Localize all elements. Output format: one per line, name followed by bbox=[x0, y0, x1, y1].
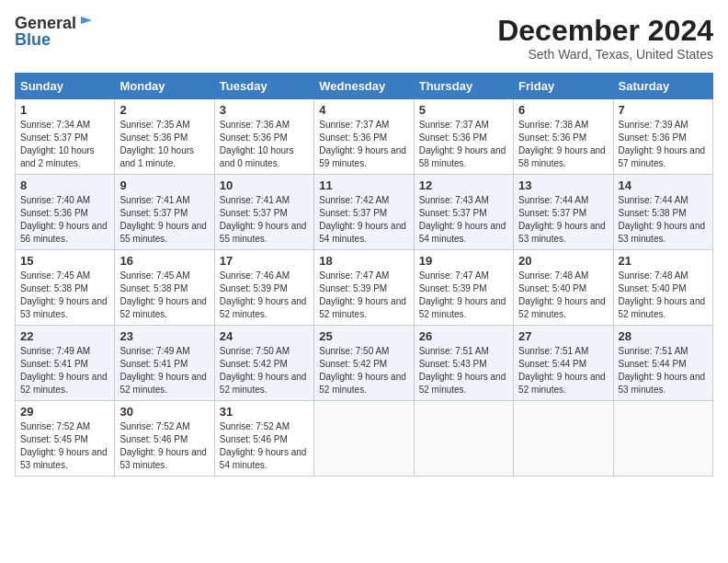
cell-info: Sunrise: 7:35 AM Sunset: 5:36 PM Dayligh… bbox=[119, 119, 209, 170]
calendar-cell: 7Sunrise: 7:39 AM Sunset: 5:36 PM Daylig… bbox=[613, 99, 712, 175]
day-number: 7 bbox=[619, 103, 708, 117]
day-header-saturday: Saturday bbox=[613, 74, 712, 99]
calendar-cell: 26Sunrise: 7:51 AM Sunset: 5:43 PM Dayli… bbox=[414, 326, 513, 401]
cell-info: Sunrise: 7:37 AM Sunset: 5:36 PM Dayligh… bbox=[319, 119, 408, 170]
day-number: 9 bbox=[119, 178, 209, 192]
calendar-week-row: 29Sunrise: 7:52 AM Sunset: 5:45 PM Dayli… bbox=[16, 401, 713, 477]
day-number: 22 bbox=[20, 329, 109, 343]
cell-info: Sunrise: 7:44 AM Sunset: 5:38 PM Dayligh… bbox=[619, 194, 708, 246]
calendar-cell bbox=[613, 401, 712, 477]
day-number: 12 bbox=[419, 178, 508, 192]
cell-info: Sunrise: 7:34 AM Sunset: 5:37 PM Dayligh… bbox=[20, 119, 109, 170]
cell-info: Sunrise: 7:51 AM Sunset: 5:44 PM Dayligh… bbox=[518, 345, 608, 396]
cell-info: Sunrise: 7:51 AM Sunset: 5:44 PM Dayligh… bbox=[619, 345, 708, 396]
day-number: 31 bbox=[220, 405, 309, 419]
calendar-cell: 20Sunrise: 7:48 AM Sunset: 5:40 PM Dayli… bbox=[514, 250, 613, 326]
cell-info: Sunrise: 7:52 AM Sunset: 5:46 PM Dayligh… bbox=[220, 420, 309, 472]
calendar-cell: 6Sunrise: 7:38 AM Sunset: 5:36 PM Daylig… bbox=[514, 99, 613, 175]
day-header-row: SundayMondayTuesdayWednesdayThursdayFrid… bbox=[16, 74, 713, 99]
calendar-cell: 17Sunrise: 7:46 AM Sunset: 5:39 PM Dayli… bbox=[214, 250, 313, 326]
cell-info: Sunrise: 7:50 AM Sunset: 5:42 PM Dayligh… bbox=[319, 345, 408, 396]
cell-info: Sunrise: 7:44 AM Sunset: 5:37 PM Dayligh… bbox=[518, 194, 608, 246]
calendar-cell: 13Sunrise: 7:44 AM Sunset: 5:37 PM Dayli… bbox=[514, 175, 613, 250]
cell-info: Sunrise: 7:38 AM Sunset: 5:36 PM Dayligh… bbox=[518, 119, 608, 170]
calendar-cell: 1Sunrise: 7:34 AM Sunset: 5:37 PM Daylig… bbox=[16, 99, 115, 175]
calendar-cell: 30Sunrise: 7:52 AM Sunset: 5:46 PM Dayli… bbox=[115, 401, 214, 477]
cell-info: Sunrise: 7:40 AM Sunset: 5:36 PM Dayligh… bbox=[20, 194, 109, 246]
day-number: 8 bbox=[20, 178, 109, 192]
day-number: 26 bbox=[419, 329, 508, 343]
calendar-cell: 12Sunrise: 7:43 AM Sunset: 5:37 PM Dayli… bbox=[414, 175, 513, 250]
day-number: 1 bbox=[20, 103, 109, 117]
calendar-cell: 3Sunrise: 7:36 AM Sunset: 5:36 PM Daylig… bbox=[214, 99, 313, 175]
calendar-cell: 25Sunrise: 7:50 AM Sunset: 5:42 PM Dayli… bbox=[314, 326, 414, 401]
day-number: 18 bbox=[319, 254, 408, 268]
day-number: 13 bbox=[518, 178, 608, 192]
cell-info: Sunrise: 7:42 AM Sunset: 5:37 PM Dayligh… bbox=[319, 194, 408, 246]
logo-flag-icon bbox=[77, 15, 94, 31]
cell-info: Sunrise: 7:45 AM Sunset: 5:38 PM Dayligh… bbox=[20, 270, 109, 321]
day-number: 14 bbox=[619, 178, 708, 192]
cell-info: Sunrise: 7:52 AM Sunset: 5:45 PM Dayligh… bbox=[20, 420, 109, 472]
day-header-wednesday: Wednesday bbox=[314, 74, 414, 99]
calendar-cell: 10Sunrise: 7:41 AM Sunset: 5:37 PM Dayli… bbox=[214, 175, 313, 250]
day-number: 21 bbox=[619, 254, 708, 268]
cell-info: Sunrise: 7:39 AM Sunset: 5:36 PM Dayligh… bbox=[619, 119, 708, 170]
cell-info: Sunrise: 7:51 AM Sunset: 5:43 PM Dayligh… bbox=[419, 345, 508, 396]
calendar-cell: 15Sunrise: 7:45 AM Sunset: 5:38 PM Dayli… bbox=[16, 250, 115, 326]
month-title: December 2024 bbox=[497, 15, 713, 47]
title-block: December 2024 Seth Ward, Texas, United S… bbox=[497, 15, 713, 62]
calendar-cell bbox=[414, 401, 513, 477]
calendar-cell: 18Sunrise: 7:47 AM Sunset: 5:39 PM Dayli… bbox=[314, 250, 414, 326]
logo: General Blue bbox=[15, 15, 94, 48]
calendar-cell: 14Sunrise: 7:44 AM Sunset: 5:38 PM Dayli… bbox=[613, 175, 712, 250]
cell-info: Sunrise: 7:43 AM Sunset: 5:37 PM Dayligh… bbox=[419, 194, 508, 246]
day-header-sunday: Sunday bbox=[16, 74, 115, 99]
cell-info: Sunrise: 7:45 AM Sunset: 5:38 PM Dayligh… bbox=[119, 270, 209, 321]
day-number: 19 bbox=[419, 254, 508, 268]
calendar-cell: 24Sunrise: 7:50 AM Sunset: 5:42 PM Dayli… bbox=[214, 326, 313, 401]
logo-general-text: General bbox=[15, 15, 76, 31]
logo-blue-text: Blue bbox=[15, 31, 51, 48]
calendar-week-row: 1Sunrise: 7:34 AM Sunset: 5:37 PM Daylig… bbox=[16, 99, 713, 175]
calendar-table: SundayMondayTuesdayWednesdayThursdayFrid… bbox=[15, 73, 713, 477]
calendar-cell: 8Sunrise: 7:40 AM Sunset: 5:36 PM Daylig… bbox=[16, 175, 115, 250]
calendar-cell: 16Sunrise: 7:45 AM Sunset: 5:38 PM Dayli… bbox=[115, 250, 214, 326]
day-number: 27 bbox=[518, 329, 608, 343]
cell-info: Sunrise: 7:37 AM Sunset: 5:36 PM Dayligh… bbox=[419, 119, 508, 170]
cell-info: Sunrise: 7:41 AM Sunset: 5:37 PM Dayligh… bbox=[119, 194, 209, 246]
cell-info: Sunrise: 7:46 AM Sunset: 5:39 PM Dayligh… bbox=[220, 270, 309, 321]
calendar-week-row: 8Sunrise: 7:40 AM Sunset: 5:36 PM Daylig… bbox=[16, 175, 713, 250]
calendar-cell: 2Sunrise: 7:35 AM Sunset: 5:36 PM Daylig… bbox=[115, 99, 214, 175]
cell-info: Sunrise: 7:49 AM Sunset: 5:41 PM Dayligh… bbox=[20, 345, 109, 396]
cell-info: Sunrise: 7:52 AM Sunset: 5:46 PM Dayligh… bbox=[119, 420, 209, 472]
page-header: General Blue December 2024 Seth Ward, Te… bbox=[15, 15, 713, 62]
calendar-cell: 4Sunrise: 7:37 AM Sunset: 5:36 PM Daylig… bbox=[314, 99, 414, 175]
day-number: 28 bbox=[619, 329, 708, 343]
calendar-week-row: 15Sunrise: 7:45 AM Sunset: 5:38 PM Dayli… bbox=[16, 250, 713, 326]
svg-marker-0 bbox=[81, 17, 92, 24]
day-number: 15 bbox=[20, 254, 109, 268]
day-number: 5 bbox=[419, 103, 508, 117]
day-number: 2 bbox=[119, 103, 209, 117]
day-number: 6 bbox=[518, 103, 608, 117]
calendar-cell: 31Sunrise: 7:52 AM Sunset: 5:46 PM Dayli… bbox=[214, 401, 313, 477]
calendar-cell: 5Sunrise: 7:37 AM Sunset: 5:36 PM Daylig… bbox=[414, 99, 513, 175]
day-number: 16 bbox=[119, 254, 209, 268]
calendar-cell: 9Sunrise: 7:41 AM Sunset: 5:37 PM Daylig… bbox=[115, 175, 214, 250]
day-number: 3 bbox=[220, 103, 309, 117]
day-number: 23 bbox=[119, 329, 209, 343]
day-number: 11 bbox=[319, 178, 408, 192]
calendar-cell: 22Sunrise: 7:49 AM Sunset: 5:41 PM Dayli… bbox=[16, 326, 115, 401]
location-text: Seth Ward, Texas, United States bbox=[497, 47, 713, 62]
day-header-thursday: Thursday bbox=[414, 74, 513, 99]
calendar-cell bbox=[314, 401, 414, 477]
cell-info: Sunrise: 7:50 AM Sunset: 5:42 PM Dayligh… bbox=[220, 345, 309, 396]
day-number: 29 bbox=[20, 405, 109, 419]
day-number: 25 bbox=[319, 329, 408, 343]
cell-info: Sunrise: 7:49 AM Sunset: 5:41 PM Dayligh… bbox=[119, 345, 209, 396]
calendar-cell: 19Sunrise: 7:47 AM Sunset: 5:39 PM Dayli… bbox=[414, 250, 513, 326]
calendar-cell: 27Sunrise: 7:51 AM Sunset: 5:44 PM Dayli… bbox=[514, 326, 613, 401]
day-number: 17 bbox=[220, 254, 309, 268]
calendar-week-row: 22Sunrise: 7:49 AM Sunset: 5:41 PM Dayli… bbox=[16, 326, 713, 401]
